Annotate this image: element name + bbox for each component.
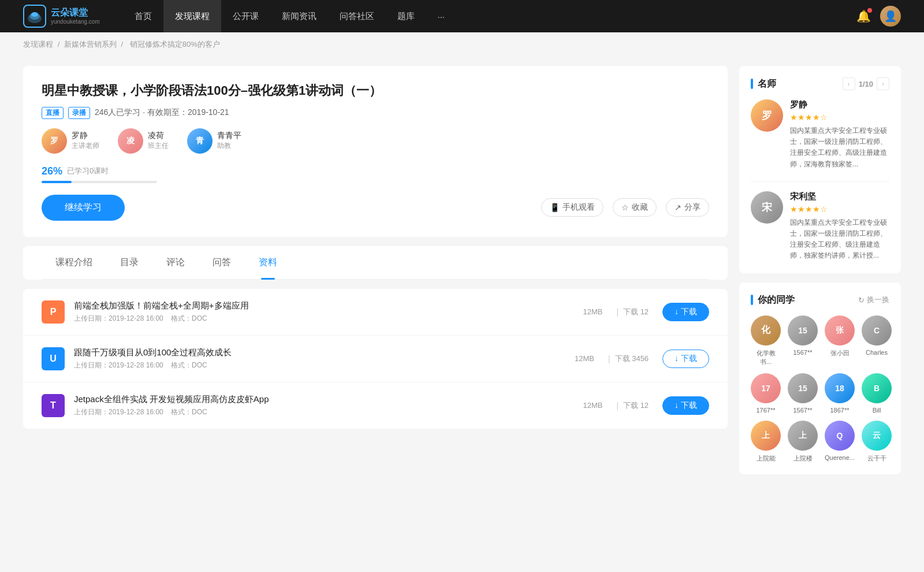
resource-icon-1: U (42, 347, 65, 370)
teachers-prev[interactable]: ‹ (843, 77, 855, 90)
resource-size-0: 12MB (583, 307, 602, 316)
nav-more[interactable]: ··· (426, 0, 457, 32)
progress-fill (42, 181, 72, 183)
mobile-watch-button[interactable]: 📱 手机观看 (541, 198, 603, 217)
collect-button[interactable]: ☆ 收藏 (613, 198, 657, 217)
sidebar: 名师 ‹ 1/10 › 罗 罗静 ★★★★☆ 国内某重点大学安全工程专业硕士，国… (739, 66, 901, 484)
classmate-2[interactable]: 张 张小田 (825, 315, 855, 366)
teacher-name-0: 罗静 (72, 131, 99, 141)
download-button-0[interactable]: ↓ 下载 (662, 303, 709, 321)
classmate-avatar-0: 化 (751, 315, 781, 346)
classmates-grid: 化 化学教书... 15 1567** 张 张小田 (751, 315, 889, 463)
tab-catalog[interactable]: 目录 (106, 246, 152, 279)
resource-title-2: Jetpack全组件实战 开发短视频应用高仿皮皮虾App (74, 394, 583, 405)
classmate-avatar-4: 17 (751, 373, 781, 403)
classmate-1[interactable]: 15 1567** (788, 315, 818, 366)
classmate-4[interactable]: 17 1767** (751, 373, 781, 414)
course-tabs: 课程介绍 目录 评论 问答 资料 (23, 246, 728, 280)
resource-icon-2: T (42, 394, 65, 417)
nav-news[interactable]: 新闻资讯 (270, 0, 328, 32)
resource-item-1: U 跟随千万级项目从0到100全过程高效成长 上传日期：2019-12-28 1… (23, 336, 728, 382)
teachers-next[interactable]: › (877, 77, 889, 90)
classmate-avatar-11: 云 (862, 421, 892, 451)
teacher-sidebar-name-0: 罗静 (790, 99, 889, 110)
classmate-8[interactable]: 上 上院能 (751, 421, 781, 463)
classmate-9[interactable]: 上 上院楼 (788, 421, 818, 463)
resource-count-1: 下载 3456 (615, 354, 649, 364)
nav-menu: 首页 发现课程 公开课 新闻资讯 问答社区 题库 ··· (123, 0, 856, 32)
nav-qa[interactable]: 问答社区 (328, 0, 386, 32)
classmate-3[interactable]: C Charles (862, 315, 892, 366)
teacher-sidebar-stars-1: ★★★★☆ (790, 205, 889, 214)
progress-pct: 26% (42, 165, 62, 177)
teacher-item-0: 罗 罗静 主讲老师 (42, 128, 99, 154)
download-button-1[interactable]: ↓ 下载 (662, 350, 709, 368)
course-teachers: 罗 罗静 主讲老师 凌 凌荷 班主任 (42, 128, 709, 154)
resource-icon-0: P (42, 300, 65, 324)
teacher-role-0: 主讲老师 (72, 141, 99, 151)
resource-title-0: 前端全栈加强版！前端全栈+全周期+多端应用 (74, 300, 583, 311)
teacher-sidebar-body-1: 宋利坚 ★★★★☆ 国内某重点大学安全工程专业硕士，国家一级注册消防工程师、注册… (790, 191, 889, 262)
tab-qa[interactable]: 问答 (199, 246, 245, 279)
notification-bell[interactable]: 🔔 (856, 9, 871, 23)
nav-open[interactable]: 公开课 (221, 0, 270, 32)
collect-label: 收藏 (632, 202, 648, 213)
classmate-7[interactable]: B Bill (862, 373, 892, 414)
share-button[interactable]: ↗ 分享 (666, 198, 709, 217)
continue-button[interactable]: 继续学习 (42, 195, 125, 221)
breadcrumb-discover[interactable]: 发现课程 (23, 40, 53, 49)
resource-info-2: Jetpack全组件实战 开发短视频应用高仿皮皮虾App 上传日期：2019-1… (74, 394, 583, 417)
classmates-header: 你的同学 ↻ 换一换 (751, 294, 889, 306)
classmate-11[interactable]: 云 云干干 (862, 421, 892, 463)
tab-resources[interactable]: 资料 (245, 246, 291, 279)
teacher-name-1: 凌荷 (148, 131, 169, 141)
breadcrumb-series[interactable]: 新媒体营销系列 (64, 40, 117, 49)
classmate-name-5: 1567** (793, 407, 812, 414)
tag-record: 录播 (68, 107, 90, 119)
teachers-page: 1/10 (859, 80, 873, 88)
classmate-avatar-10: Q (825, 421, 855, 451)
classmate-6[interactable]: 18 1867** (825, 373, 855, 414)
classmate-10[interactable]: Q Querene... (825, 421, 855, 463)
refresh-icon: ↻ (858, 296, 865, 304)
tab-comments[interactable]: 评论 (152, 246, 199, 279)
classmate-avatar-9: 上 (788, 421, 818, 451)
download-button-2[interactable]: ↓ 下载 (662, 396, 709, 415)
resource-item-2: T Jetpack全组件实战 开发短视频应用高仿皮皮虾App 上传日期：2019… (23, 382, 728, 429)
classmate-avatar-2: 张 (825, 315, 855, 346)
classmate-name-0: 化学教书... (751, 349, 781, 366)
avatar-image: 👤 (880, 6, 901, 27)
classmate-name-3: Charles (866, 349, 888, 356)
share-icon: ↗ (675, 203, 681, 212)
nav-quiz[interactable]: 题库 (386, 0, 426, 32)
notification-dot (867, 8, 872, 13)
course-meta: 246人已学习 · 有效期至：2019-10-21 (95, 107, 229, 118)
progress-label: 26% 已学习0课时 (42, 165, 709, 177)
refresh-button[interactable]: ↻ 换一换 (858, 295, 889, 305)
classmate-avatar-7: B (862, 373, 892, 403)
nav-right: 🔔 👤 (856, 6, 901, 27)
nav-home[interactable]: 首页 (123, 0, 163, 32)
teacher-sidebar-stars-0: ★★★★☆ (790, 113, 889, 122)
teacher-sidebar-name-1: 宋利坚 (790, 191, 889, 202)
classmate-0[interactable]: 化 化学教书... (751, 315, 781, 366)
teacher-item-1: 凌 凌荷 班主任 (118, 128, 169, 154)
resource-count-0: 下载 12 (623, 307, 649, 317)
tab-intro[interactable]: 课程介绍 (42, 246, 106, 279)
teacher-sidebar-avatar-0: 罗 (751, 99, 783, 132)
nav-discover[interactable]: 发现课程 (163, 0, 221, 32)
user-avatar[interactable]: 👤 (880, 6, 901, 27)
main-container: 明星中教授课，小学阶段语法100分–强化级第1讲动词（一） 直播 录播 246人… (0, 57, 924, 507)
teachers-pagination: ‹ 1/10 › (843, 77, 889, 90)
classmate-name-10: Querene... (825, 454, 855, 461)
resource-title-1: 跟随千万级项目从0到100全过程高效成长 (74, 347, 575, 358)
classmate-avatar-6: 18 (825, 373, 855, 403)
classmate-5[interactable]: 15 1567** (788, 373, 818, 414)
teacher-card-1: 宋 宋利坚 ★★★★☆ 国内某重点大学安全工程专业硕士，国家一级注册消防工程师、… (751, 191, 889, 262)
logo-text: 云朵课堂 yundouketang.com (51, 7, 100, 25)
classmate-name-7: Bill (873, 407, 881, 414)
navigation: 云朵课堂 yundouketang.com 首页 发现课程 公开课 新闻资讯 问… (0, 0, 924, 32)
progress-bar (42, 181, 157, 183)
teachers-title: 名师 ‹ 1/10 › (751, 77, 889, 90)
logo[interactable]: 云朵课堂 yundouketang.com (23, 5, 100, 28)
